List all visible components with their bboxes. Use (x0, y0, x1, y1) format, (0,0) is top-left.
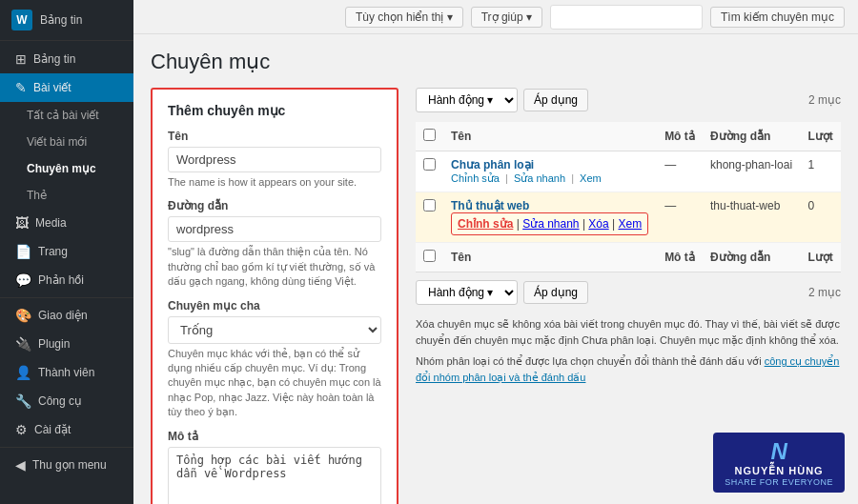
edit-link-2[interactable]: Chỉnh sửa (458, 217, 513, 231)
sidebar-logo: W Bảng tin (0, 0, 133, 41)
help-button[interactable]: Trợ giúp ▾ (471, 7, 542, 28)
bottom-col-name: Tên (443, 243, 657, 272)
search-button[interactable]: Tìm kiếm chuyên mục (710, 7, 845, 28)
table-toolbar: Hành động ▾ Áp dụng 2 mục (416, 88, 841, 112)
row-checkbox-1[interactable] (423, 158, 436, 171)
sidebar-item-label: Media (35, 216, 67, 230)
sidebar-item-label: Thu gọn menu (32, 458, 107, 472)
bottom-apply-button[interactable]: Áp dụng (523, 281, 588, 304)
logo-tagline: SHARE FOR EVERYONE (725, 477, 833, 487)
settings-icon: ⚙ (15, 422, 28, 437)
footer-note-2-text: Nhóm phân loại có thể được lựa chọn chuy… (416, 355, 765, 367)
parent-hint: Chuyên mục khác với thẻ, bạn có thể sử d… (168, 347, 381, 420)
sidebar-item-label: Bảng tin (33, 52, 75, 66)
sidebar-item-label: Cài đặt (34, 423, 71, 436)
sidebar-item-label: Giao diện (38, 309, 88, 322)
col-name: Tên (443, 122, 657, 151)
slug-group: Đường dẫn "slug" là đường dẫn thân thiện… (168, 199, 381, 289)
bottom-count: 2 mục (808, 286, 841, 299)
row-checkbox (416, 151, 443, 192)
name-hint: The name is how it appears on your site. (168, 175, 381, 190)
sidebar-item-cong-cu[interactable]: 🔧 Công cụ (0, 387, 133, 415)
category-name-1: Chưa phân loại (451, 158, 534, 171)
display-options-button[interactable]: Tùy chọn hiển thị ▾ (345, 7, 463, 28)
page-title: Chuyên mục (151, 50, 841, 74)
logo-name: NGUYỄN HÙNG (734, 465, 823, 477)
posts-icon: ✎ (15, 80, 27, 95)
footer-note: Xóa chuyên mục sẽ không xóa bài viết tro… (416, 316, 841, 385)
row-checkbox-2[interactable] (423, 199, 436, 212)
select-all-bottom-checkbox[interactable] (423, 250, 436, 262)
row-name-cell-2: Thủ thuật web Chỉnh sửa | Sửa nhanh | Xó… (443, 192, 657, 243)
sidebar-item-cai-dat[interactable]: ⚙ Cài đặt (0, 415, 133, 444)
sidebar-item-viet-bai-moi[interactable]: Viết bài mới (0, 129, 133, 155)
sidebar-item-label: Thành viên (38, 366, 94, 379)
categories-table: Tên Mô tả Đường dẫn Lượt Chưa phân loại (416, 122, 841, 272)
desc-label: Mô tả (168, 430, 381, 443)
desc-textarea[interactable] (168, 447, 381, 504)
table-row: Chưa phân loại Chỉnh sửa | Sửa nhanh | X… (416, 151, 841, 192)
sep-1: | (505, 172, 508, 184)
sidebar-item-tat-ca-bai-viet[interactable]: Tất cả bài viết (0, 102, 133, 129)
plugin-icon: 🔌 (15, 336, 31, 352)
dashboard-icon: ⊞ (15, 51, 27, 67)
form-title: Thêm chuyên mục (168, 103, 381, 118)
quick-edit-link-2[interactable]: Sửa nhanh (522, 217, 579, 231)
pages-icon: 📄 (15, 244, 31, 259)
sidebar-logo-text: Bảng tin (40, 13, 82, 27)
sidebar-item-chuyen-muc[interactable]: Chuyên mục (0, 155, 133, 182)
sidebar-item-plugin[interactable]: 🔌 Plugin (0, 330, 133, 358)
col-luot: Lượt (800, 122, 841, 151)
sidebar-divider (0, 297, 133, 298)
table-count: 2 mục (808, 93, 841, 107)
right-panel: Hành động ▾ Áp dụng 2 mục Tên Mô tả (416, 88, 841, 385)
sidebar-item-media[interactable]: 🖼 Media (0, 209, 133, 237)
bottom-toolbar-left: Hành động ▾ Áp dụng (416, 280, 588, 305)
display-options-label: Tùy chọn hiển thị ▾ (356, 10, 453, 24)
select-all-checkbox[interactable] (423, 129, 436, 141)
sidebar-item-bang-tin[interactable]: ⊞ Bảng tin (0, 45, 133, 73)
apply-label: Áp dụng (534, 93, 578, 107)
bottom-apply-label: Áp dụng (534, 286, 578, 299)
slug-input[interactable] (168, 216, 381, 242)
sidebar-item-label: Trang (38, 245, 68, 258)
sidebar-item-label: Bài viết (33, 81, 72, 94)
sidebar-item-thanh-vien[interactable]: 👤 Thành viên (0, 358, 133, 387)
bottom-action-select[interactable]: Hành động ▾ (416, 280, 518, 305)
sidebar: W Bảng tin ⊞ Bảng tin ✎ Bài viết Tất cả … (0, 0, 133, 504)
view-link-1[interactable]: Xem (580, 172, 602, 184)
edit-link-1[interactable]: Chỉnh sửa (451, 172, 500, 184)
sep-2: | (571, 172, 574, 184)
parent-group: Chuyên mục cha Trống Chuyên mục khác với… (168, 299, 381, 420)
parent-select[interactable]: Trống (168, 316, 381, 344)
collapse-icon: ◀ (15, 457, 26, 473)
row-desc-1: — (657, 151, 703, 192)
checkbox-header (416, 122, 443, 151)
sidebar-item-the[interactable]: Thẻ (0, 182, 133, 209)
help-label: Trợ giúp ▾ (481, 10, 532, 24)
sidebar-item-bai-viet[interactable]: ✎ Bài viết (0, 73, 133, 102)
sidebar-item-phan-hoi[interactable]: 💬 Phản hồi (0, 266, 133, 294)
view-link-2[interactable]: Xem (618, 217, 642, 231)
wordpress-logo-icon: W (11, 10, 32, 30)
search-btn-label: Tìm kiếm chuyên mục (721, 10, 834, 24)
action-select[interactable]: Hành động ▾ (416, 88, 518, 112)
search-input[interactable] (550, 5, 703, 30)
name-input[interactable] (168, 147, 381, 172)
row-name-cell: Chưa phân loại Chỉnh sửa | Sửa nhanh | X… (443, 151, 657, 192)
tools-icon: 🔧 (15, 393, 31, 409)
apply-button[interactable]: Áp dụng (523, 89, 588, 111)
sidebar-item-giao-dien[interactable]: 🎨 Giao diện (0, 301, 133, 330)
col-duong-dan: Đường dẫn (703, 122, 801, 151)
quick-edit-link-1[interactable]: Sửa nhanh (514, 172, 565, 184)
sidebar-item-trang[interactable]: 📄 Trang (0, 237, 133, 266)
row-checkbox-cell (416, 192, 443, 243)
bottom-toolbar: Hành động ▾ Áp dụng 2 mục (416, 280, 841, 305)
sidebar-item-thu-gon[interactable]: ◀ Thu gọn menu (0, 451, 133, 479)
appearance-icon: 🎨 (15, 308, 31, 323)
delete-link-2[interactable]: Xóa (588, 217, 608, 231)
row-desc-2: — (657, 192, 703, 243)
users-icon: 👤 (15, 365, 31, 380)
main-area: Tùy chọn hiển thị ▾ Trợ giúp ▾ Tìm kiếm … (133, 0, 858, 504)
bottom-checkbox-header (416, 243, 443, 272)
